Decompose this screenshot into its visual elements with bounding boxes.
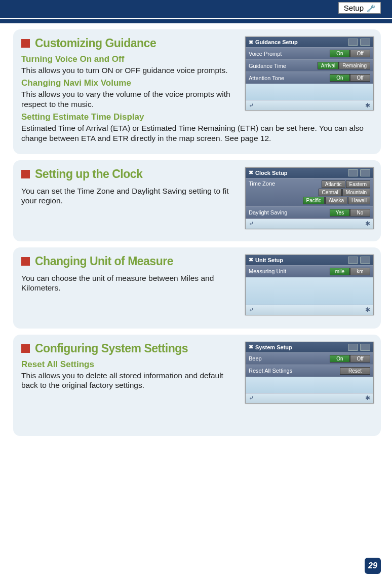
opt-on[interactable]: On — [330, 355, 350, 363]
bullet-icon — [21, 39, 30, 48]
panel-clock: Setting up the Clock ✖Clock Setup Time Z… — [13, 160, 381, 241]
opt-mile[interactable]: mile — [330, 268, 350, 275]
ss-row-tz: Time Zone AtlanticEastern CentralMountai… — [246, 178, 373, 206]
tz-opt[interactable]: Hawaii — [348, 197, 370, 204]
body-text: This allows you to delete all stored inf… — [21, 371, 234, 390]
tool-icon: ✖ — [249, 257, 253, 263]
ss-title: System Setup — [255, 344, 292, 350]
opt-arrival[interactable]: Arrival — [318, 62, 339, 69]
screenshot-clock-setup: ✖Clock Setup Time Zone AtlanticEastern C… — [245, 167, 374, 229]
row-label: Measuring Unit — [249, 268, 286, 274]
ss-row: Guidance Time ArrivalRemaining — [246, 59, 373, 71]
ss-row: Measuring Unit milekm — [246, 265, 373, 277]
setup-tab[interactable]: Setup 🔧 — [338, 2, 381, 14]
row-label: Attention Tone — [249, 75, 284, 81]
opt-off[interactable]: Off — [350, 355, 370, 363]
back-icon[interactable]: ⤶ — [249, 306, 254, 313]
setup-tab-label: Setup — [344, 4, 364, 12]
panel-system: Configuring System Settings ✖System Setu… — [13, 335, 381, 436]
ss-body — [246, 84, 373, 100]
ss-row: Voice Prompt OnOff — [246, 47, 373, 59]
page-content: Customizing Guidance ✖Guidance Setup Voi… — [0, 23, 392, 436]
opt-off[interactable]: Off — [350, 50, 370, 57]
ss-row: Beep OnOff — [246, 352, 373, 365]
panel-customizing-guidance: Customizing Guidance ✖Guidance Setup Voi… — [13, 29, 381, 154]
back-icon[interactable]: ⤶ — [249, 220, 254, 227]
divider-line — [0, 19, 392, 23]
body-text: Estimated Time of Arrival (ETA) or Estim… — [21, 123, 371, 143]
row-label: Time Zone — [249, 180, 275, 187]
row-label: Beep — [249, 355, 262, 361]
body-text: You can set the Time Zone and Daylight S… — [21, 186, 234, 206]
subheading: Setting Estimate Time Display — [21, 112, 373, 122]
ss-footer: ⤶✱ — [246, 393, 373, 403]
row-label: Guidance Time — [249, 63, 286, 69]
ss-title: Unit Setup — [255, 257, 283, 263]
header-icon — [360, 39, 370, 46]
title-text: Setting up the Clock — [35, 167, 142, 181]
ss-header: ✖System Setup — [246, 342, 373, 352]
bullet-icon — [21, 344, 30, 353]
bt-icon: ✱ — [365, 102, 370, 109]
panel-unit: Changing Unit of Measure ✖Unit Setup Mea… — [13, 247, 381, 329]
body-text: This allows you to turn ON or OFF guidan… — [21, 65, 234, 75]
header-icon — [360, 344, 370, 351]
back-icon[interactable]: ⤶ — [249, 102, 254, 109]
ss-footer: ⤶✱ — [246, 219, 373, 229]
row-label: Daylight Saving — [249, 209, 287, 215]
ss-footer: ⤶✱ — [246, 100, 373, 110]
ss-footer: ⤶✱ — [246, 305, 373, 315]
header-bar: Setup 🔧 — [0, 0, 392, 18]
screenshot-system-setup: ✖System Setup Beep OnOff Reset All Setti… — [245, 342, 374, 404]
wrench-icon: 🔧 — [367, 4, 375, 12]
tz-opt[interactable]: Alaska — [325, 197, 347, 204]
tz-opt[interactable]: Central — [319, 189, 342, 196]
header-icon — [348, 39, 358, 46]
tz-opt-active[interactable]: Pacific — [303, 197, 325, 204]
opt-off[interactable]: Off — [350, 74, 370, 82]
opt-km[interactable]: km — [350, 268, 370, 275]
ss-title: Guidance Setup — [255, 39, 298, 45]
screenshot-unit-setup: ✖Unit Setup Measuring Unit milekm ⤶✱ — [245, 255, 374, 315]
bullet-icon — [21, 170, 30, 178]
ss-row: Reset All Settings Reset — [246, 365, 373, 377]
ss-header: ✖Clock Setup — [246, 168, 373, 178]
tz-grid: AtlanticEastern CentralMountain PacificA… — [303, 180, 370, 204]
title-text: Configuring System Settings — [35, 342, 188, 355]
body-text: You can choose the unit of measure betwe… — [21, 273, 234, 293]
bullet-icon — [21, 257, 30, 266]
opt-remaining[interactable]: Remaining — [339, 62, 370, 69]
body-text: This allows you to vary the volume of th… — [21, 89, 234, 109]
ss-header: ✖Unit Setup — [246, 255, 373, 265]
opt-on[interactable]: On — [330, 50, 350, 57]
tz-opt[interactable]: Eastern — [346, 180, 370, 188]
tz-opt[interactable]: Atlantic — [322, 180, 345, 188]
bt-icon: ✱ — [365, 394, 370, 402]
back-icon[interactable]: ⤶ — [249, 394, 254, 402]
title-text: Changing Unit of Measure — [35, 255, 173, 268]
opt-no[interactable]: No — [350, 209, 370, 216]
bt-icon: ✱ — [365, 220, 370, 227]
ss-row: Daylight Saving YesNo — [246, 206, 373, 219]
ss-title: Clock Setup — [255, 170, 288, 176]
row-label: Voice Prompt — [249, 51, 282, 57]
ss-body — [246, 377, 373, 393]
tool-icon: ✖ — [249, 344, 253, 350]
header-icon — [348, 169, 358, 176]
row-label: Reset All Settings — [249, 368, 292, 374]
ss-header: ✖Guidance Setup — [246, 37, 373, 47]
bt-icon: ✱ — [365, 306, 370, 313]
header-icon — [360, 169, 370, 176]
header-icon — [360, 257, 370, 264]
tz-opt[interactable]: Mountain — [342, 189, 370, 196]
screenshot-guidance-setup: ✖Guidance Setup Voice Prompt OnOff Guida… — [245, 37, 374, 111]
header-icon — [348, 344, 358, 351]
opt-yes[interactable]: Yes — [330, 209, 350, 216]
title-text: Customizing Guidance — [35, 37, 156, 50]
header-icon — [348, 257, 358, 264]
tool-icon: ✖ — [249, 39, 253, 46]
opt-on[interactable]: On — [330, 74, 350, 82]
tool-icon: ✖ — [249, 169, 253, 176]
opt-reset[interactable]: Reset — [340, 367, 370, 375]
ss-body — [246, 277, 373, 305]
